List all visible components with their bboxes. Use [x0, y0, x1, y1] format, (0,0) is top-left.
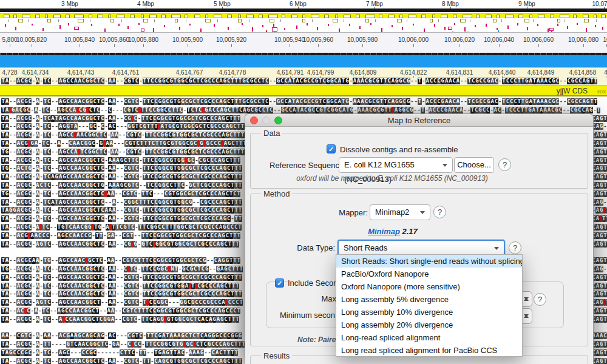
- read-row[interactable]: TA--ACGC-A-TC--AGCCAACGGCTC-AA--CGTC-TTC…: [1, 98, 606, 106]
- read-row[interactable]: TA--ACGC-A-TC--AGCCAACGGCTC-AA--CGTC-TTC…: [1, 274, 245, 281]
- read-row-fragment[interactable]: CAGTT: [592, 283, 607, 290]
- dialog-titlebar[interactable]: Map to Reference: [245, 114, 593, 127]
- read-row-fragment[interactable]: CAGTT: [592, 257, 607, 265]
- data-type-option[interactable]: Long assembly 20% divergence: [336, 318, 522, 331]
- include-secondary-checkbox[interactable]: ✓: [275, 278, 284, 288]
- read-row-fragment[interactable]: CAGTT: [592, 358, 607, 364]
- data-type-option[interactable]: Long assembly 10% divergence: [336, 306, 522, 318]
- read-row-fragment[interactable]: CAGTT: [592, 140, 607, 147]
- reference-track[interactable]: 4,7284,614,7344,614,7434,614,7514,614,76…: [0, 67, 607, 85]
- data-type-option[interactable]: Long read spliced alignment for PacBio C…: [336, 344, 522, 357]
- mapper-select[interactable]: Minimap2: [370, 204, 430, 220]
- read-row-fragment[interactable]: CAG-T: [592, 199, 607, 206]
- read-row-fragment[interactable]: CAGTT: [592, 165, 607, 172]
- read-row-fragment[interactable]: CAGTT: [592, 182, 607, 189]
- position-label: 10,005,840: [64, 36, 95, 43]
- variant-mark: [127, 26, 129, 29]
- read-row[interactable]: TA--ACGC-A-TC--AGCCAACGGCTC-AA--CGTC-TTC…: [1, 215, 245, 223]
- read-row[interactable]: TA--ACGC-A-TC--AGCCAACGGCTC-AA--CGTC-TTC…: [1, 132, 245, 139]
- read-row-fragment[interactable]: CAGTT: [592, 341, 607, 348]
- read-row-fragment[interactable]: CAGTT: [592, 224, 607, 231]
- minimap-link[interactable]: Minimap: [368, 227, 400, 236]
- data-type-option[interactable]: Oxford Nanopore (more sensitive): [336, 280, 522, 293]
- read-row-fragment[interactable]: CAGTT: [592, 291, 607, 298]
- annotation-tick: [470, 19, 470, 22]
- read-row[interactable]: TA--ACGC-AGTC--AGCCAACGGCTC-AA--CGG-GTCG…: [1, 241, 245, 248]
- read-row-fragment[interactable]: CAG-T: [592, 266, 607, 273]
- read-row-fragment[interactable]: CAG-T: [592, 123, 607, 130]
- annotation-tick: [533, 19, 534, 22]
- variant-mark: [454, 23, 455, 25]
- read-row-fragment[interactable]: CAGTT: [592, 241, 607, 248]
- position-ruler[interactable]: 5,80010,005,82010,005,84010,005,86010,00…: [0, 32, 607, 55]
- read-row[interactable]: TG--ACGC-A-TC--AGCCAACGGCTCAA--CGTC-TTC-…: [1, 190, 245, 198]
- read-row[interactable]: TA--ACGC-A-TC--AGCCAACGGCTC-AA--CGTC-TTC…: [1, 291, 245, 298]
- stepper-down-icon[interactable]: [524, 297, 529, 303]
- read-row[interactable]: TG--ACGC-A-TC--AGCCAACGGCTC-AA--CTC-TTCC…: [1, 266, 245, 273]
- read-row-fragment[interactable]: CAGTT: [592, 115, 607, 123]
- read-row-fragment[interactable]: CAGTT: [592, 174, 607, 181]
- read-row-fragment[interactable]: CAGTT: [592, 157, 607, 164]
- read-row[interactable]: TG--ACGC-A-TC--AGCCATCGGCTC-AA--CGTC-TTC…: [1, 149, 245, 156]
- dissolve-checkbox[interactable]: ✓: [327, 144, 336, 153]
- read-row-fragment[interactable]: AAACG: [592, 332, 607, 340]
- position-tick: [413, 44, 414, 47]
- read-row[interactable]: TAGGACGC-A-TC--AGCCAACGGCTCAAA--CGTC-TTC…: [1, 207, 245, 214]
- read-row-fragment[interactable]: CAGT: [592, 299, 607, 306]
- data-type-option[interactable]: PacBio/Oxford Nanopore: [336, 268, 522, 280]
- read-row[interactable]: TA--ACGAACCC--AGCCAACCG-TT-GA--CGT--TTCC…: [1, 232, 245, 240]
- reference-sequence[interactable]: TA--ACGC-A-TC--AGCCAACGGCTC-AA--CGTC-TTC…: [1, 78, 606, 85]
- read-row[interactable]: TA--ACGGA-TC--A--CAACGGC-GAA---CGTCTTTCT…: [1, 140, 245, 147]
- read-row[interactable]: TA--ACGC-A-TCATAGCCAACGGCTC--A--CGGCTTTC…: [1, 199, 245, 206]
- reference-help-button[interactable]: ?: [498, 158, 511, 171]
- annotation-box: [550, 15, 554, 18]
- read-row[interactable]: TA--ACGC-A-TT----GTCAACGGCTC-GA--CCC-TTC…: [1, 341, 245, 348]
- read-row-fragment[interactable]: CATT: [592, 215, 607, 223]
- data-type-select[interactable]: Short Reads: [337, 240, 505, 256]
- read-row-fragment[interactable]: CAGTT: [592, 316, 607, 323]
- read-row[interactable]: TG--ACTG-A-TC--AGCCAACGGCTC-AA--CGTC-TTC…: [1, 165, 245, 172]
- read-row[interactable]: TA--ACGC-ATC--TGTCAACGGTG-ATTCGTC-TTCGGC…: [1, 224, 245, 231]
- read-row[interactable]: AA--CGTC-A-AA--ACGAAGCAGCAG-AC---CGTC-TT…: [1, 332, 245, 340]
- read-row-fragment[interactable]: CAGTT: [592, 308, 607, 315]
- read-row-fragment[interactable]: CAGTT: [592, 274, 607, 281]
- read-row[interactable]: TAGCCCGC-A-TC--AGC---CCGC------CTTC-TT--…: [1, 349, 245, 357]
- read-row[interactable]: TA--ACC-A-TC--AGCCAACGGCT--AA--CGTCTTTCC…: [1, 308, 245, 315]
- data-type-option[interactable]: Long-read spliced alignment: [336, 331, 522, 344]
- variant-mark: [527, 27, 528, 30]
- secondary-help-button[interactable]: ?: [534, 293, 546, 306]
- read-row[interactable]: TA--ACGC-A-TCATAGCCAACGGCTC-AA--CGC-TTCC…: [1, 115, 245, 123]
- read-row[interactable]: TA--ACGC-A-TC--AGCCAACGGCTC-AA--CGTC-TT-…: [1, 358, 245, 364]
- choose-button[interactable]: Choose...: [454, 157, 494, 173]
- read-row[interactable]: TA--ACGC-A-TC--ACCAACGGCTCGGA--CGTC-TTCA…: [1, 316, 245, 323]
- data-type-help-button[interactable]: ?: [509, 241, 521, 254]
- data-type-option[interactable]: Long assembly 5% divergence: [336, 293, 522, 306]
- reference-sequence-select[interactable]: E. coli K12 MG1655 (NC_000913): [339, 157, 453, 173]
- reference-coordinate-label: 4,614,858: [569, 69, 597, 76]
- read-row-fragment[interactable]: CAGTT: [592, 232, 607, 240]
- stepper-down-icon[interactable]: [524, 314, 529, 320]
- annotation-box: [53, 15, 61, 18]
- mapper-help-button[interactable]: ?: [433, 206, 446, 218]
- read-row-fragment[interactable]: CAGTT: [592, 349, 607, 357]
- annotation-box: [356, 15, 360, 18]
- reference-coordinate-label: 4,614,809: [350, 69, 377, 76]
- read-row[interactable]: TAGACGC-A-TC--AGCCACGCTC--C---CGTCTTCCGG…: [1, 107, 606, 114]
- read-row[interactable]: TA--ACGC-AGTC--AGCCAACGGCT--AA--CGTC-TCC…: [1, 299, 245, 306]
- read-row[interactable]: TA--ACGC-A-TC--AGCCAACGGCTC-AA--CGTC-TTC…: [1, 283, 245, 290]
- data-type-option[interactable]: Short Reads: Short single-end reads with…: [336, 255, 522, 268]
- variant-mark: [434, 24, 435, 27]
- genome-overview-track[interactable]: 3 Mbp4 Mbp5 Mbp6 Mbp7 Mbp8 Mbp9 Mbp10,07…: [0, 0, 607, 32]
- read-row-fragment[interactable]: CAGTT: [592, 149, 607, 156]
- read-row-fragment[interactable]: -AGT: [592, 207, 607, 214]
- read-row[interactable]: TA--ACGC-A-TC--AGCCAACGGCTC-AAAGCTTC-TTC…: [1, 157, 245, 164]
- read-row[interactable]: TA--ACGCAA-TG--AGCCAACGCTC-AA--CGTCTTTCC…: [1, 257, 245, 265]
- read-row[interactable]: TA--ACGC-ACTC--AGCCAACGGCTG-AAAGCGTC--TC…: [1, 182, 245, 189]
- variant-mark: [602, 27, 603, 30]
- read-row-fragment[interactable]: CAGTT: [592, 190, 607, 198]
- variant-box: [448, 27, 452, 30]
- read-row[interactable]: TA--ACGC-A-TCAGAGCCAACGGCTC-AA--CGTC-TTC…: [1, 174, 245, 181]
- cds-annotation-band[interactable]: yjjW CDS ««: [0, 85, 607, 96]
- read-row[interactable]: TA--ACGC-A-TC--AGGTA---GC-C-AC---GGTCGTT…: [1, 123, 245, 130]
- read-row-fragment[interactable]: CAGTT: [592, 132, 607, 139]
